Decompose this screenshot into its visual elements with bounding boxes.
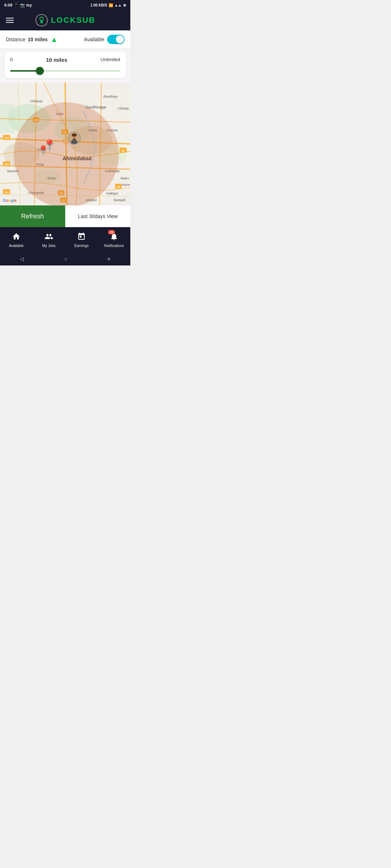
svg-text:135: 135 bbox=[4, 163, 9, 166]
hamburger-line2 bbox=[6, 20, 14, 21]
svg-text:Chiloda: Chiloda bbox=[118, 107, 129, 110]
distance-value: 10 miles bbox=[28, 37, 47, 42]
nav-available-label: Available bbox=[9, 244, 24, 248]
nav-notifications-label: Notifications bbox=[104, 244, 124, 248]
svg-point-72 bbox=[75, 136, 76, 137]
slider-current-label: 10 miles bbox=[46, 57, 67, 63]
svg-point-74 bbox=[71, 140, 77, 145]
nav-myjobs[interactable]: My Jobs bbox=[33, 227, 65, 252]
slider-max-label: Unlimited bbox=[101, 57, 120, 63]
network-speed: 1:00 KB/S bbox=[91, 3, 108, 7]
map-container: 133 41 138 135 68 48 144 64 47 Chhatral … bbox=[0, 82, 130, 205]
slider-card: 0 10 miles Unlimited bbox=[4, 52, 126, 78]
nav-myjobs-label: My Jobs bbox=[42, 244, 55, 248]
notification-badge: 29 bbox=[108, 230, 115, 234]
toggle-slider bbox=[107, 35, 125, 44]
refresh-button[interactable]: Refresh bbox=[0, 205, 65, 227]
status-left: 6:09 📱 📷 my bbox=[4, 3, 32, 8]
home-icon bbox=[12, 232, 21, 243]
slider-min-label: 0 bbox=[10, 57, 13, 63]
hamburger-line1 bbox=[6, 18, 14, 18]
action-row: Refresh Last 30days View bbox=[0, 205, 130, 227]
slider-panel: 0 10 miles Unlimited bbox=[0, 49, 130, 82]
back-button[interactable]: ◁ bbox=[20, 256, 24, 262]
available-label: Available bbox=[84, 37, 104, 42]
svg-text:68: 68 bbox=[122, 149, 125, 152]
hamburger-button[interactable] bbox=[6, 18, 14, 23]
available-control: Available bbox=[84, 35, 125, 44]
slider-labels: 0 10 miles Unlimited bbox=[10, 57, 120, 63]
nav-available[interactable]: Available bbox=[0, 227, 33, 252]
available-toggle[interactable] bbox=[107, 35, 125, 44]
nav-earnings-label: Earnings bbox=[74, 244, 88, 248]
chevron-up-icon[interactable]: ▲ bbox=[51, 35, 58, 44]
svg-point-71 bbox=[73, 136, 73, 137]
wifi-icon: 📶 bbox=[109, 3, 113, 7]
svg-text:Bujran: Bujran bbox=[122, 183, 130, 186]
battery-icon: ⊕ bbox=[123, 3, 126, 7]
svg-text:48: 48 bbox=[117, 185, 120, 188]
nav-earnings[interactable]: Earnings bbox=[65, 227, 98, 252]
recents-button[interactable]: ≡ bbox=[107, 256, 110, 262]
svg-text:Bakro: Bakro bbox=[121, 176, 129, 180]
svg-rect-2 bbox=[41, 20, 43, 23]
status-bar: 6:09 📱 📷 my 1:00 KB/S 📶 ▲▲ ⊕ bbox=[0, 0, 130, 10]
svg-point-1 bbox=[40, 17, 43, 21]
bottom-nav: Available My Jobs Earnings 29 Notificati… bbox=[0, 227, 130, 252]
status-time: 6:09 bbox=[4, 3, 12, 7]
people-icon bbox=[45, 232, 53, 243]
controls-bar: Distance 10 miles ▲ Available bbox=[0, 30, 130, 49]
user-avatar bbox=[68, 132, 81, 145]
distance-slider[interactable] bbox=[10, 70, 120, 72]
status-icons: 📱 📷 my bbox=[14, 3, 32, 8]
distance-label: Distance bbox=[6, 37, 25, 42]
svg-text:Barejadi: Barejadi bbox=[113, 198, 125, 202]
last30-button[interactable]: Last 30days View bbox=[65, 205, 131, 227]
svg-point-73 bbox=[74, 137, 75, 138]
nav-notifications[interactable]: 29 Notifications bbox=[98, 227, 130, 252]
svg-text:144: 144 bbox=[4, 191, 9, 194]
svg-text:Randheja: Randheja bbox=[104, 95, 118, 98]
hamburger-line3 bbox=[6, 22, 14, 23]
svg-text:Chhatral: Chhatral bbox=[30, 99, 42, 103]
svg-point-66 bbox=[14, 102, 119, 205]
map-svg: 133 41 138 135 68 48 144 64 47 Chhatral … bbox=[0, 82, 130, 205]
logo-icon bbox=[35, 14, 48, 27]
svg-text:138: 138 bbox=[4, 136, 9, 140]
status-right: 1:00 KB/S 📶 ▲▲ ⊕ bbox=[91, 3, 126, 7]
logo-text: LOCKSUB bbox=[51, 16, 96, 25]
svg-point-69 bbox=[72, 133, 77, 137]
distance-control: Distance 10 miles ▲ bbox=[6, 35, 58, 44]
calendar-icon bbox=[77, 232, 86, 243]
google-watermark: Google bbox=[3, 198, 17, 203]
header: LOCKSUB bbox=[0, 10, 130, 30]
svg-text:Hathijan: Hathijan bbox=[106, 192, 118, 195]
android-nav: ◁ ○ ≡ bbox=[0, 252, 130, 265]
logo: LOCKSUB bbox=[35, 14, 96, 27]
location-pin-blue: 📍 bbox=[38, 145, 49, 155]
signal-icon: ▲▲ bbox=[114, 3, 122, 7]
home-button[interactable]: ○ bbox=[64, 256, 67, 262]
